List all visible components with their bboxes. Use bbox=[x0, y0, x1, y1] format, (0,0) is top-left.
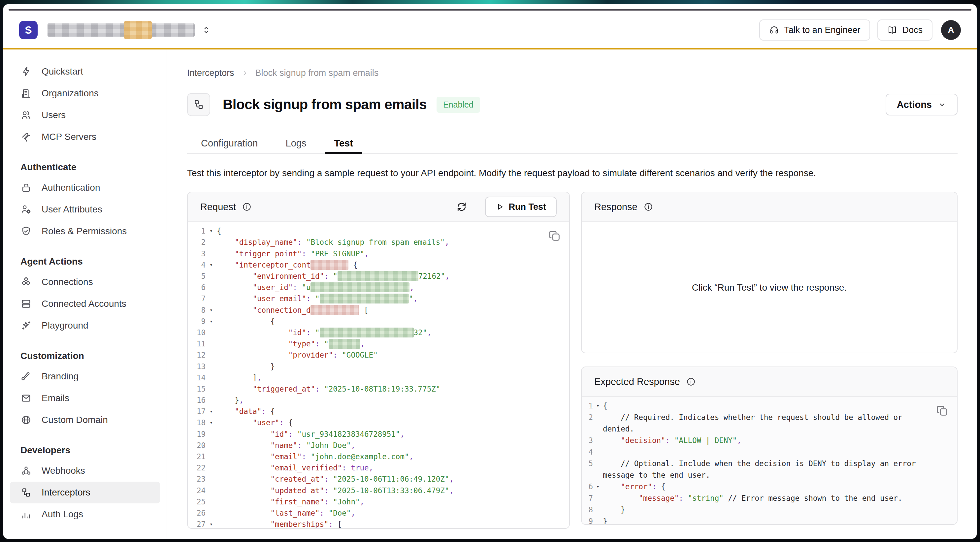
code-line: 16 }, bbox=[188, 394, 569, 406]
code-text: "updated_at": "2025-10-06T13:33:06.479Z"… bbox=[217, 485, 569, 496]
fold-toggle-icon[interactable]: ▾ bbox=[205, 316, 217, 327]
response-empty-state: Click “Run Test” to view the response. bbox=[582, 222, 957, 353]
run-test-button[interactable]: Run Test bbox=[485, 197, 557, 217]
sidebar-item-custom-domain[interactable]: Custom Domain bbox=[3, 409, 167, 431]
code-line: 11 "type": ", bbox=[188, 338, 569, 349]
line-number: 8 bbox=[582, 504, 593, 516]
sidebar-item-roles-permissions[interactable]: Roles & Permissions bbox=[3, 220, 167, 242]
sidebar-item-connected-accounts[interactable]: Connected Accounts bbox=[3, 293, 167, 315]
sidebar-item-label: Auth Logs bbox=[41, 509, 83, 520]
code-text: "triggered_at": "2025-10-08T18:19:33.775… bbox=[217, 383, 569, 394]
sidebar-item-authentication[interactable]: Authentication bbox=[3, 177, 167, 199]
fold-toggle-icon[interactable]: ▾ bbox=[593, 481, 603, 493]
copy-icon[interactable] bbox=[936, 404, 949, 417]
sidebar-item-users[interactable]: Users bbox=[3, 104, 167, 126]
fold-toggle-icon[interactable]: ▾ bbox=[205, 417, 217, 428]
code-line: 2 // Required. Indicates whether the req… bbox=[582, 412, 957, 423]
interceptor-icon bbox=[193, 99, 205, 111]
sidebar-item-label: Users bbox=[41, 110, 66, 121]
request-panel-header: Request Run Test bbox=[188, 192, 569, 222]
code-text: "message": "string" // Error message sho… bbox=[603, 493, 957, 504]
code-text: ], bbox=[217, 372, 569, 383]
sidebar-item-label: Playground bbox=[41, 320, 88, 331]
sidebar-item-branding[interactable]: Branding bbox=[3, 366, 167, 387]
line-number: 2 bbox=[188, 237, 205, 248]
expected-response-title: Expected Response bbox=[594, 377, 680, 387]
info-icon[interactable] bbox=[242, 202, 252, 212]
code-text: } bbox=[217, 361, 569, 372]
code-line: 7 "message": "string" // Error message s… bbox=[582, 493, 957, 504]
code-text: "interceptor_cont { bbox=[217, 259, 569, 270]
sparkles-icon bbox=[21, 320, 32, 331]
request-code-editor[interactable]: 1▾{2 "display_name": "Block signup from … bbox=[188, 222, 569, 529]
code-line: 6▾ "error": { bbox=[582, 481, 957, 493]
fold-toggle-icon[interactable]: ▾ bbox=[205, 305, 217, 316]
sidebar-item-connections[interactable]: Connections bbox=[3, 271, 167, 293]
fold-spacer bbox=[205, 361, 217, 372]
fold-toggle-icon[interactable]: ▾ bbox=[205, 225, 217, 237]
org-switcher-chevrons-icon[interactable] bbox=[201, 24, 211, 36]
response-panel-header: Response bbox=[582, 192, 957, 222]
workspace-logo[interactable]: S bbox=[19, 21, 38, 39]
app-window: S Talk to an Engineer Docs A QuickstartO… bbox=[3, 4, 977, 539]
lock-icon bbox=[21, 182, 32, 193]
user-avatar[interactable]: A bbox=[941, 20, 961, 40]
fold-toggle-icon[interactable]: ▾ bbox=[205, 518, 217, 529]
fold-toggle-icon[interactable]: ▾ bbox=[205, 406, 217, 417]
fold-spacer bbox=[593, 446, 603, 458]
line-number: 23 bbox=[188, 474, 205, 485]
sidebar-item-quickstart[interactable]: Quickstart bbox=[3, 61, 167, 83]
line-number: 20 bbox=[188, 440, 205, 451]
sidebar-item-label: User Attributes bbox=[41, 204, 102, 215]
actions-button[interactable]: Actions bbox=[886, 94, 958, 116]
tab-logs[interactable]: Logs bbox=[272, 133, 320, 153]
line-number: 9 bbox=[188, 316, 205, 327]
org-name-redacted-accent bbox=[124, 21, 152, 39]
breadcrumb-parent[interactable]: Interceptors bbox=[187, 68, 234, 78]
fold-toggle-icon[interactable]: ▾ bbox=[205, 259, 217, 270]
sidebar-item-label: Connections bbox=[41, 277, 93, 287]
fold-spacer bbox=[205, 474, 217, 485]
sidebar-item-user-attributes[interactable]: User Attributes bbox=[3, 199, 167, 220]
org-name-redacted[interactable] bbox=[48, 24, 195, 37]
sidebar-item-mcp-servers[interactable]: MCP Servers bbox=[3, 126, 167, 148]
fold-toggle-icon[interactable]: ▾ bbox=[593, 400, 603, 412]
refresh-icon[interactable] bbox=[455, 200, 468, 213]
sidebar-item-emails[interactable]: Emails bbox=[3, 387, 167, 409]
code-line: 22 "email_verified": true, bbox=[188, 462, 569, 474]
code-line: 19 "id": "usr_93418238346728951", bbox=[188, 429, 569, 440]
code-text: denied. bbox=[603, 423, 957, 435]
code-text: // Optional. Include when the decision i… bbox=[603, 458, 957, 469]
lightning-icon bbox=[21, 66, 32, 77]
docs-button[interactable]: Docs bbox=[877, 19, 932, 41]
redacted-text bbox=[310, 260, 348, 270]
line-number: 9 bbox=[582, 516, 593, 525]
code-line: 14 ], bbox=[188, 372, 569, 383]
sidebar-item-webhooks[interactable]: Webhooks bbox=[3, 460, 167, 482]
tab-test[interactable]: Test bbox=[320, 133, 367, 153]
book-icon bbox=[887, 25, 897, 35]
code-line: 20 "name": "John Doe", bbox=[188, 440, 569, 451]
info-icon[interactable] bbox=[686, 377, 696, 386]
sidebar-item-interceptors[interactable]: Interceptors bbox=[10, 482, 160, 504]
line-number: 5 bbox=[582, 458, 593, 469]
sidebar-item-playground[interactable]: Playground bbox=[3, 315, 167, 337]
sidebar-item-organizations[interactable]: Organizations bbox=[3, 83, 167, 104]
chevron-down-icon bbox=[938, 100, 947, 109]
info-icon[interactable] bbox=[643, 202, 653, 212]
sidebar-item-label: MCP Servers bbox=[41, 132, 96, 142]
copy-icon[interactable] bbox=[548, 229, 561, 242]
code-text: "email": "john.doe@example.com", bbox=[217, 451, 569, 462]
code-line: 4▾ "interceptor_cont { bbox=[188, 259, 569, 270]
app-header: S Talk to an Engineer Docs A bbox=[19, 12, 961, 48]
code-text: { bbox=[603, 400, 957, 412]
talk-to-engineer-button[interactable]: Talk to an Engineer bbox=[759, 19, 870, 41]
mcp-icon bbox=[21, 131, 32, 143]
sidebar-item-auth-logs[interactable]: Auth Logs bbox=[3, 504, 167, 525]
code-text: "data": { bbox=[217, 406, 569, 417]
line-number: 12 bbox=[188, 349, 205, 361]
fold-spacer bbox=[593, 516, 603, 525]
page-title: Block signup from spam emails bbox=[223, 97, 426, 113]
tab-configuration[interactable]: Configuration bbox=[187, 133, 272, 153]
code-line: 13 } bbox=[188, 361, 569, 372]
